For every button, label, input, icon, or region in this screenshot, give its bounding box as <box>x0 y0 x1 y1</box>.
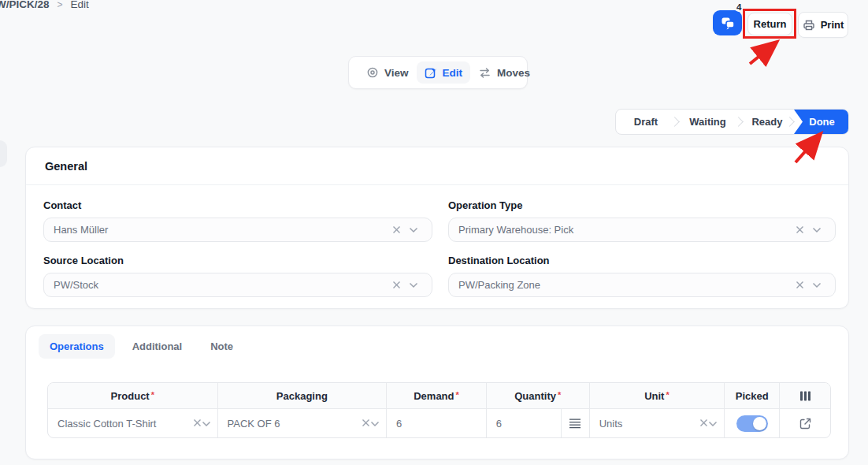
row-packaging-value: PACK OF 6 <box>228 418 362 430</box>
contact-label: Contact <box>43 199 432 211</box>
col-demand: Demand <box>414 390 459 402</box>
drag-handle-icon[interactable] <box>561 409 589 437</box>
switcher-edit[interactable]: Edit <box>417 61 471 84</box>
tab-additional[interactable]: Additional <box>121 334 194 359</box>
clear-x-icon[interactable] <box>388 281 405 289</box>
switcher-edit-label: Edit <box>443 67 463 79</box>
clear-x-icon[interactable] <box>388 225 405 234</box>
chevron-down-icon[interactable] <box>808 227 825 233</box>
row-demand-input[interactable]: 6 <box>387 409 487 437</box>
clear-x-icon[interactable] <box>362 418 370 430</box>
row-picked-cell <box>725 409 780 437</box>
clear-x-icon[interactable] <box>792 225 808 234</box>
chevron-down-icon[interactable] <box>405 282 422 288</box>
tab-operations[interactable]: Operations <box>39 334 115 359</box>
picking-edit-page: W/PICK/28 > Edit 4 Return Print <box>0 0 868 465</box>
clear-x-icon[interactable] <box>699 418 708 430</box>
column-options-icon[interactable] <box>799 391 811 401</box>
status-step-draft[interactable]: Draft <box>616 110 676 134</box>
chevron-down-icon[interactable] <box>370 418 380 430</box>
operations-table-header: Product Packaging Demand Quantity Unit P… <box>48 383 830 409</box>
left-edge-panel-stub[interactable] <box>0 140 7 167</box>
field-source-location: Source Location PW/Stock <box>43 255 432 297</box>
breadcrumb-current: Edit <box>71 0 89 10</box>
row-packaging-combobox[interactable]: PACK OF 6 <box>218 409 388 437</box>
row-unit-combobox[interactable]: Units <box>590 409 725 437</box>
destination-location-combobox[interactable]: PW/Packing Zone <box>448 273 836 297</box>
operation-type-value: Primary Warehouse: Pick <box>458 224 792 236</box>
print-label: Print <box>821 19 844 31</box>
col-picked: Picked <box>736 390 769 402</box>
switcher-view[interactable]: View <box>358 61 417 84</box>
return-button[interactable]: Return <box>747 13 792 35</box>
picked-toggle[interactable] <box>736 415 768 432</box>
source-location-label: Source Location <box>43 255 432 266</box>
col-quantity: Quantity <box>514 390 561 402</box>
general-section: General Contact Hans Müller Operation Ty… <box>25 147 849 309</box>
tab-note[interactable]: Note <box>199 334 244 359</box>
edit-pencil-icon <box>425 66 437 79</box>
chevron-down-icon[interactable] <box>708 418 718 430</box>
row-quantity-input[interactable]: 6 <box>487 409 561 437</box>
source-location-combobox[interactable]: PW/Stock <box>43 273 432 297</box>
clear-x-icon[interactable] <box>792 281 808 289</box>
annotation-arrow-return <box>750 43 775 64</box>
breadcrumb-record-link[interactable]: W/PICK/28 <box>0 0 50 10</box>
view-switcher: View Edit Moves <box>348 56 528 89</box>
detail-tabs: Operations Additional Note <box>39 334 244 359</box>
contact-value: Hans Müller <box>54 224 388 236</box>
status-step-waiting[interactable]: Waiting <box>676 110 740 134</box>
contact-combobox[interactable]: Hans Müller <box>43 218 432 242</box>
status-pipeline: Draft Waiting Ready Done <box>615 109 849 135</box>
destination-location-label: Destination Location <box>448 255 836 266</box>
operations-table-row: Classic Cotton T-Shirt PACK OF 6 <box>48 409 830 437</box>
source-location-value: PW/Stock <box>54 279 388 291</box>
row-open-record-cell <box>780 409 830 437</box>
switcher-moves-label: Moves <box>497 67 530 79</box>
chatter-unread-badge: 4 <box>735 2 743 12</box>
general-section-title: General <box>45 160 87 173</box>
moves-arrows-icon <box>478 67 491 79</box>
divider <box>26 184 848 185</box>
row-product-value: Classic Cotton T-Shirt <box>57 418 193 430</box>
external-link-icon[interactable] <box>799 417 812 430</box>
toggle-knob <box>753 417 766 430</box>
operations-table: Product Packaging Demand Quantity Unit P… <box>47 382 831 438</box>
field-contact: Contact Hans Müller <box>43 199 432 242</box>
chevron-down-icon[interactable] <box>202 418 211 430</box>
row-quantity-cell: 6 <box>487 409 590 437</box>
field-operation-type: Operation Type Primary Warehouse: Pick <box>448 199 836 242</box>
row-unit-value: Units <box>599 418 700 430</box>
operation-type-label: Operation Type <box>448 199 836 211</box>
col-unit: Unit <box>644 390 670 402</box>
field-destination-location: Destination Location PW/Packing Zone <box>448 255 836 297</box>
clear-x-icon[interactable] <box>193 418 202 430</box>
status-step-done[interactable]: Done <box>794 110 849 134</box>
chat-bubbles-icon <box>720 16 736 30</box>
eye-icon <box>366 66 379 79</box>
breadcrumb-separator-icon: > <box>57 0 63 10</box>
chatter-button[interactable] <box>713 10 742 35</box>
switcher-moves[interactable]: Moves <box>470 62 538 84</box>
detail-tabs-section: Operations Additional Note Product Packa… <box>25 326 849 459</box>
chevron-down-icon[interactable] <box>405 227 422 233</box>
col-packaging: Packaging <box>276 390 328 402</box>
status-step-ready[interactable]: Ready <box>740 110 795 134</box>
destination-location-value: PW/Packing Zone <box>458 279 792 291</box>
switcher-view-label: View <box>384 67 409 79</box>
print-button[interactable]: Print <box>798 12 848 38</box>
col-product: Product <box>111 390 154 402</box>
row-product-combobox[interactable]: Classic Cotton T-Shirt <box>48 409 218 437</box>
chevron-down-icon[interactable] <box>808 282 825 288</box>
breadcrumb: W/PICK/28 > Edit <box>0 0 89 10</box>
operation-type-combobox[interactable]: Primary Warehouse: Pick <box>448 218 836 242</box>
printer-icon <box>803 19 815 32</box>
